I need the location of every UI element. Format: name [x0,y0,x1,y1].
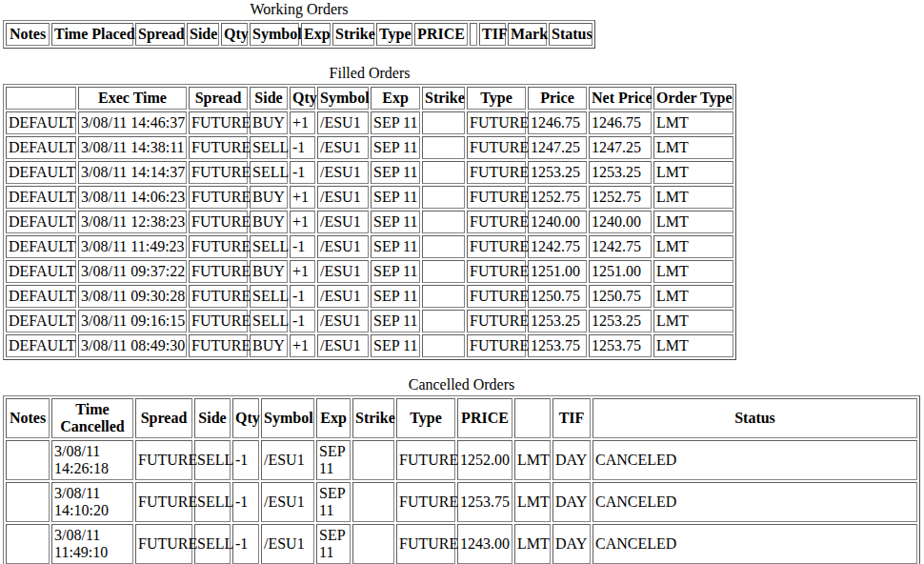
table-cell: BUY [250,334,288,357]
table-cell [6,482,50,522]
table-cell: 1246.75 [589,111,652,134]
column-header: PRICE [414,23,468,46]
working-orders-header: NotesTime PlacedSpreadSideQtySymbolExpSt… [6,23,593,46]
table-cell: FUTURE [467,260,526,283]
table-cell: FUTURE [135,524,192,564]
table-cell: SELL [250,310,288,332]
filled-orders-table: Filled Orders Exec TimeSpreadSideQtySymb… [3,65,736,360]
table-cell: 1253.25 [589,161,652,184]
column-header: Side [194,398,231,438]
table-cell: +1 [290,334,315,357]
table-cell [6,440,50,480]
table-cell: FUTURE [396,482,455,522]
table-cell: /ESU1 [317,211,369,233]
table-cell: SEP 11 [371,161,420,184]
column-header: Order Type [653,87,733,110]
table-cell: FUTURE [467,235,526,258]
table-cell: 1242.75 [589,235,652,258]
column-header: Strike [352,398,394,438]
cancelled-orders-table: Cancelled Orders NotesTime CancelledSpre… [3,376,920,564]
table-cell: FUTURE [467,136,526,159]
table-cell: SELL [194,440,231,480]
table-cell [422,211,465,233]
table-cell: 1253.75 [528,334,587,357]
table-cell: SEP 11 [316,440,351,480]
table-cell: FUTURE [467,186,526,209]
table-cell: BUY [250,260,288,283]
table-cell: 3/08/11 11:49:23 [78,235,187,258]
table-cell [352,482,394,522]
table-cell: SEP 11 [371,260,420,283]
table-cell: 1246.75 [528,111,587,134]
table-cell: 1253.25 [528,310,587,332]
column-header: Exec Time [78,87,187,110]
column-header: TIF [552,398,591,438]
table-row: DEFAULT3/08/11 12:38:23FUTUREBUY+1/ESU1S… [6,211,733,233]
table-cell: 1250.75 [528,285,587,308]
table-row: DEFAULT3/08/11 08:49:30FUTUREBUY+1/ESU1S… [6,334,733,357]
table-cell [422,136,465,159]
column-header: Type [376,23,412,46]
table-cell: -1 [290,285,315,308]
filled-orders-header: Exec TimeSpreadSideQtySymbolExpStrikeTyp… [6,87,733,110]
table-cell: +1 [290,211,315,233]
table-cell: 1242.75 [528,235,587,258]
column-header: Qty [290,87,315,110]
table-cell: CANCELED [593,524,917,564]
table-cell: /ESU1 [317,136,369,159]
table-cell: FUTURE [135,482,192,522]
table-row: DEFAULT3/08/11 14:14:37FUTURESELL-1/ESU1… [6,161,733,184]
column-header: Spread [189,87,248,110]
table-cell: /ESU1 [317,186,369,209]
table-cell: DEFAULT [6,235,76,258]
column-header: Notes [6,398,50,438]
table-cell: 1240.00 [589,211,652,233]
table-cell: 3/08/11 14:38:11 [78,136,187,159]
table-cell [6,524,50,564]
table-cell: FUTURE [189,285,248,308]
table-row: DEFAULT3/08/11 09:16:15FUTURESELL-1/ESU1… [6,310,733,332]
table-cell: SELL [250,136,288,159]
table-cell: FUTURE [189,334,248,357]
header-row: NotesTime CancelledSpreadSideQtySymbolEx… [6,398,917,438]
table-cell: DEFAULT [6,186,76,209]
table-cell: SELL [194,524,231,564]
table-cell: 3/08/11 09:16:15 [78,310,187,332]
table-cell: BUY [250,111,288,134]
table-cell: /ESU1 [261,524,314,564]
column-header: Strike [422,87,465,110]
table-row: 3/08/11 14:26:18FUTURESELL-1/ESU1SEP 11F… [6,440,917,480]
table-cell: -1 [290,235,315,258]
table-cell: 1252.75 [528,186,587,209]
table-cell: LMT [514,440,551,480]
table-cell [422,161,465,184]
table-cell: LMT [653,334,733,357]
table-cell: /ESU1 [317,334,369,357]
table-cell: 1253.25 [528,161,587,184]
table-cell: DEFAULT [6,211,76,233]
column-header: Time Placed [51,23,133,46]
table-cell: SEP 11 [371,310,420,332]
table-cell: LMT [514,482,551,522]
table-cell: SEP 11 [371,235,420,258]
table-row: DEFAULT3/08/11 14:06:23FUTUREBUY+1/ESU1S… [6,186,733,209]
table-cell [422,186,465,209]
table-cell [352,440,394,480]
table-cell: 3/08/11 08:49:30 [78,334,187,357]
column-header: Exp [301,23,331,46]
table-cell: 3/08/11 11:49:10 [51,524,133,564]
table-cell: LMT [653,111,733,134]
table-cell: 3/08/11 14:46:37 [78,111,187,134]
table-cell: FUTURE [189,186,248,209]
header-row: NotesTime PlacedSpreadSideQtySymbolExpSt… [6,23,593,46]
table-cell: -1 [232,440,259,480]
table-cell: FUTURE [189,161,248,184]
table-cell: FUTURE [467,161,526,184]
column-header: Status [549,23,593,46]
table-cell [422,310,465,332]
column-header: Side [250,87,288,110]
table-cell: SEP 11 [371,111,420,134]
table-cell: LMT [653,161,733,184]
table-cell: SELL [250,161,288,184]
table-cell: SEP 11 [371,186,420,209]
